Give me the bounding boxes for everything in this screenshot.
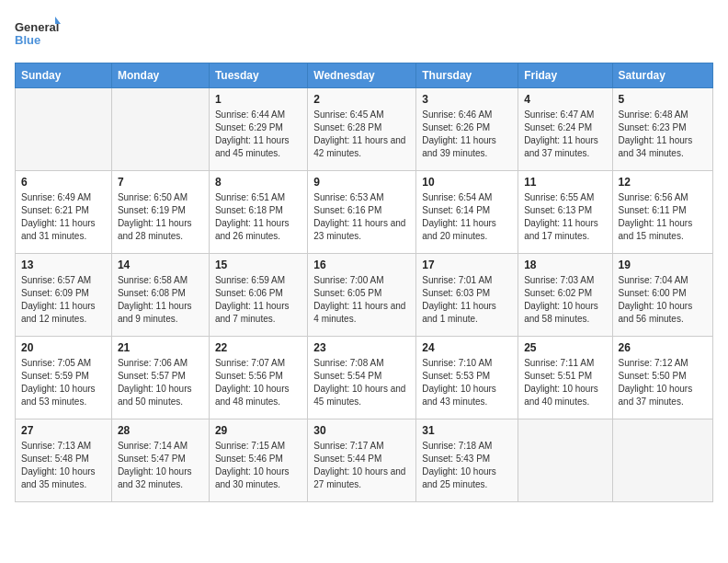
day-info: Sunrise: 7:11 AMSunset: 5:51 PMDaylight:… xyxy=(524,357,606,408)
calendar-cell: 13Sunrise: 6:57 AMSunset: 6:09 PMDayligh… xyxy=(16,254,112,337)
day-number: 22 xyxy=(215,341,301,354)
day-number: 15 xyxy=(215,259,301,271)
calendar-cell: 20Sunrise: 7:05 AMSunset: 5:59 PMDayligh… xyxy=(16,337,112,419)
weekday-header: Friday xyxy=(518,63,612,88)
day-number: 1 xyxy=(215,93,301,106)
day-number: 19 xyxy=(619,259,707,271)
day-number: 23 xyxy=(313,341,410,354)
calendar-cell: 11Sunrise: 6:55 AMSunset: 6:13 PMDayligh… xyxy=(518,171,612,254)
day-info: Sunrise: 7:06 AMSunset: 5:57 PMDaylight:… xyxy=(118,357,203,408)
day-number: 21 xyxy=(118,341,203,354)
day-info: Sunrise: 6:45 AMSunset: 6:28 PMDaylight:… xyxy=(313,109,410,160)
day-number: 14 xyxy=(118,259,203,271)
calendar-cell: 16Sunrise: 7:00 AMSunset: 6:05 PMDayligh… xyxy=(308,254,416,337)
calendar-cell xyxy=(16,88,112,171)
calendar-cell: 9Sunrise: 6:53 AMSunset: 6:16 PMDaylight… xyxy=(308,171,416,254)
weekday-header: Saturday xyxy=(612,63,712,88)
day-number: 25 xyxy=(524,341,606,354)
day-info: Sunrise: 7:18 AMSunset: 5:43 PMDaylight:… xyxy=(422,440,512,491)
calendar-cell: 10Sunrise: 6:54 AMSunset: 6:14 PMDayligh… xyxy=(416,171,518,254)
calendar-cell xyxy=(518,419,612,502)
day-number: 12 xyxy=(619,176,707,189)
calendar-cell: 26Sunrise: 7:12 AMSunset: 5:50 PMDayligh… xyxy=(612,337,712,419)
day-number: 30 xyxy=(313,424,410,437)
day-info: Sunrise: 6:58 AMSunset: 6:08 PMDaylight:… xyxy=(118,274,203,326)
weekday-header: Sunday xyxy=(16,63,112,88)
day-info: Sunrise: 7:03 AMSunset: 6:02 PMDaylight:… xyxy=(524,274,606,326)
day-number: 11 xyxy=(524,176,606,189)
day-number: 27 xyxy=(21,424,106,437)
calendar-table: SundayMondayTuesdayWednesdayThursdayFrid… xyxy=(15,63,713,502)
day-info: Sunrise: 7:00 AMSunset: 6:05 PMDaylight:… xyxy=(313,274,410,326)
day-number: 28 xyxy=(118,424,203,437)
calendar-header-row: SundayMondayTuesdayWednesdayThursdayFrid… xyxy=(16,63,713,88)
day-info: Sunrise: 6:59 AMSunset: 6:06 PMDaylight:… xyxy=(215,274,301,326)
day-info: Sunrise: 6:47 AMSunset: 6:24 PMDaylight:… xyxy=(524,109,606,160)
day-number: 26 xyxy=(619,341,707,354)
calendar-week-row: 6Sunrise: 6:49 AMSunset: 6:21 PMDaylight… xyxy=(16,171,713,254)
calendar-cell: 17Sunrise: 7:01 AMSunset: 6:03 PMDayligh… xyxy=(416,254,518,337)
day-info: Sunrise: 7:07 AMSunset: 5:56 PMDaylight:… xyxy=(215,357,301,408)
calendar-cell: 3Sunrise: 6:46 AMSunset: 6:26 PMDaylight… xyxy=(416,88,518,171)
day-number: 24 xyxy=(422,341,512,354)
day-info: Sunrise: 7:08 AMSunset: 5:54 PMDaylight:… xyxy=(313,357,410,408)
day-number: 10 xyxy=(422,176,512,189)
day-number: 6 xyxy=(21,176,106,189)
day-info: Sunrise: 7:10 AMSunset: 5:53 PMDaylight:… xyxy=(422,357,512,408)
day-number: 2 xyxy=(313,93,410,106)
day-number: 8 xyxy=(215,176,301,189)
calendar-cell: 28Sunrise: 7:14 AMSunset: 5:47 PMDayligh… xyxy=(111,419,209,502)
day-info: Sunrise: 7:05 AMSunset: 5:59 PMDaylight:… xyxy=(21,357,106,408)
calendar-cell xyxy=(612,419,712,502)
day-info: Sunrise: 6:54 AMSunset: 6:14 PMDaylight:… xyxy=(422,191,512,243)
calendar-cell: 27Sunrise: 7:13 AMSunset: 5:48 PMDayligh… xyxy=(16,419,112,502)
day-number: 17 xyxy=(422,259,512,271)
day-number: 29 xyxy=(215,424,301,437)
calendar-cell: 21Sunrise: 7:06 AMSunset: 5:57 PMDayligh… xyxy=(111,337,209,419)
day-info: Sunrise: 7:14 AMSunset: 5:47 PMDaylight:… xyxy=(118,440,203,491)
calendar-cell: 24Sunrise: 7:10 AMSunset: 5:53 PMDayligh… xyxy=(416,337,518,419)
page-header: General Blue xyxy=(15,15,713,55)
calendar-cell: 2Sunrise: 6:45 AMSunset: 6:28 PMDaylight… xyxy=(308,88,416,171)
calendar-cell: 7Sunrise: 6:50 AMSunset: 6:19 PMDaylight… xyxy=(111,171,209,254)
calendar-cell: 30Sunrise: 7:17 AMSunset: 5:44 PMDayligh… xyxy=(308,419,416,502)
calendar-cell: 31Sunrise: 7:18 AMSunset: 5:43 PMDayligh… xyxy=(416,419,518,502)
day-number: 5 xyxy=(619,93,707,106)
calendar-cell: 15Sunrise: 6:59 AMSunset: 6:06 PMDayligh… xyxy=(209,254,307,337)
calendar-cell: 14Sunrise: 6:58 AMSunset: 6:08 PMDayligh… xyxy=(111,254,209,337)
calendar-cell: 4Sunrise: 6:47 AMSunset: 6:24 PMDaylight… xyxy=(518,88,612,171)
weekday-header: Tuesday xyxy=(209,63,307,88)
day-info: Sunrise: 7:01 AMSunset: 6:03 PMDaylight:… xyxy=(422,274,512,326)
day-info: Sunrise: 6:57 AMSunset: 6:09 PMDaylight:… xyxy=(21,274,106,326)
weekday-header: Thursday xyxy=(416,63,518,88)
day-number: 16 xyxy=(313,259,410,271)
weekday-header: Wednesday xyxy=(308,63,416,88)
svg-text:General: General xyxy=(15,20,59,34)
day-info: Sunrise: 7:15 AMSunset: 5:46 PMDaylight:… xyxy=(215,440,301,491)
calendar-cell: 6Sunrise: 6:49 AMSunset: 6:21 PMDaylight… xyxy=(16,171,112,254)
day-info: Sunrise: 7:12 AMSunset: 5:50 PMDaylight:… xyxy=(619,357,707,408)
day-number: 4 xyxy=(524,93,606,106)
svg-text:Blue: Blue xyxy=(15,33,40,47)
calendar-week-row: 13Sunrise: 6:57 AMSunset: 6:09 PMDayligh… xyxy=(16,254,713,337)
svg-marker-2 xyxy=(55,17,61,24)
logo-svg: General Blue xyxy=(15,15,61,55)
day-number: 13 xyxy=(21,259,106,271)
day-info: Sunrise: 6:48 AMSunset: 6:23 PMDaylight:… xyxy=(619,109,707,160)
calendar-week-row: 1Sunrise: 6:44 AMSunset: 6:29 PMDaylight… xyxy=(16,88,713,171)
day-info: Sunrise: 7:17 AMSunset: 5:44 PMDaylight:… xyxy=(313,440,410,491)
day-info: Sunrise: 6:46 AMSunset: 6:26 PMDaylight:… xyxy=(422,109,512,160)
day-number: 3 xyxy=(422,93,512,106)
day-info: Sunrise: 6:44 AMSunset: 6:29 PMDaylight:… xyxy=(215,109,301,160)
calendar-week-row: 20Sunrise: 7:05 AMSunset: 5:59 PMDayligh… xyxy=(16,337,713,419)
calendar-week-row: 27Sunrise: 7:13 AMSunset: 5:48 PMDayligh… xyxy=(16,419,713,502)
day-number: 7 xyxy=(118,176,203,189)
calendar-cell: 5Sunrise: 6:48 AMSunset: 6:23 PMDaylight… xyxy=(612,88,712,171)
logo: General Blue xyxy=(15,15,68,55)
day-info: Sunrise: 7:13 AMSunset: 5:48 PMDaylight:… xyxy=(21,440,106,491)
calendar-cell: 19Sunrise: 7:04 AMSunset: 6:00 PMDayligh… xyxy=(612,254,712,337)
day-info: Sunrise: 6:51 AMSunset: 6:18 PMDaylight:… xyxy=(215,191,301,243)
calendar-cell: 18Sunrise: 7:03 AMSunset: 6:02 PMDayligh… xyxy=(518,254,612,337)
calendar-cell: 23Sunrise: 7:08 AMSunset: 5:54 PMDayligh… xyxy=(308,337,416,419)
calendar-cell: 12Sunrise: 6:56 AMSunset: 6:11 PMDayligh… xyxy=(612,171,712,254)
